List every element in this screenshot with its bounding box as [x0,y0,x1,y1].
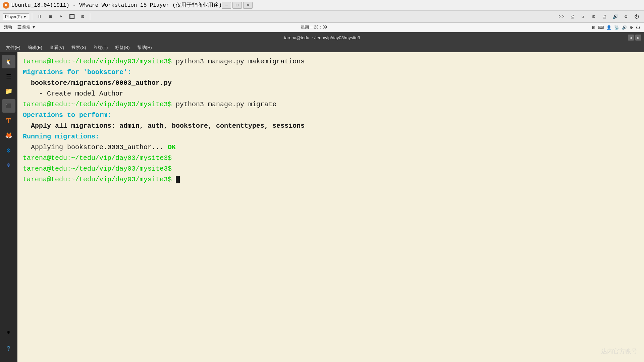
sidebar-icon-ubuntu[interactable]: 🐧 [2,55,15,68]
volume-icon[interactable]: 🔊 [622,25,627,30]
output-migrations-for: Migrations for 'bookstore': [23,68,131,76]
term-icon1[interactable]: ◀ [628,35,634,41]
prompt-4: tarena@tedu:~/tedu/vip/day03/mysite3$ [23,165,172,173]
toolbar-right-icon6[interactable]: 🔊 [610,13,620,21]
power-icon[interactable]: ⏻ [636,25,640,30]
output-apply-all: Apply all migrations: admin, auth, books… [23,122,305,130]
sidebar-icon-text[interactable]: T [2,114,15,127]
titlebar: U Ubuntu_18.04(1911) - VMware Workstatio… [0,0,644,11]
prompt-1: tarena@tedu:~/tedu/vip/day03/mysite3$ [23,58,172,65]
sidebar-icon-chrome[interactable]: ⊙ [2,158,15,172]
menu-help[interactable]: 帮助(H) [134,44,155,51]
sidebar-icon-files[interactable]: 📁 [2,84,15,98]
term-titlebar-controls: ◀ ▶ [628,35,641,41]
prompt-5: tarena@tedu:~/tedu/vip/day03/mysite3$ [23,176,172,183]
terminal-line-11: tarena@tedu:~/tedu/vip/day03/mysite3$ [23,164,639,174]
prompt-2: tarena@tedu:~/tedu/vip/day03/mysite3$ [23,101,172,108]
terminal-line-12: tarena@tedu:~/tedu/vip/day03/mysite3$ [23,174,639,185]
toolbar-right-icon3[interactable]: ↺ [578,13,588,21]
toolbar-right-icon7[interactable]: ⚙ [621,13,631,21]
power-btn[interactable]: ➤ [56,13,66,21]
prompt-3: tarena@tedu:~/tedu/vip/day03/mysite3$ [23,154,172,162]
menu-file[interactable]: 文件(F) [3,44,24,51]
term-icon2[interactable]: ▶ [635,35,641,41]
cmd-1: python3 manage.py makemigrations [172,58,305,65]
infobar-left: 活动 ☰ 终端 ▼ [4,24,36,30]
toolbar: Player(P) ▼ ⏸ ⊞ ➤ 🔲 ⊡ >> 🖨 ↺ ⊡ 🖨 🔊 ⚙ ⏻ [0,11,644,23]
app-icon: U [3,2,9,9]
keyboard2-icon[interactable]: ⌨ [598,25,604,30]
titlebar-title: Ubuntu_18.04(1911) - VMware Workstation … [11,2,222,9]
watermark: 达内官方账号 [601,347,637,355]
user-icon[interactable]: 👤 [606,25,611,30]
terminal-titlebar: tarena@tedu: ~/tedu/vip/day03/mysite3 ◀ … [0,32,644,43]
terminal-line-3: bookstore/migrations/0003_author.py [23,78,639,88]
menu-view[interactable]: 查看(V) [46,44,67,51]
output-applying: Applying bookstore.0003_author... [23,143,168,151]
infobar-right: ⊞ ⌨ 👤 📡 🔊 ⚙ ⏻ [592,25,640,30]
menu-edit[interactable]: 编辑(E) [24,44,46,51]
network-icon[interactable]: 📡 [614,25,619,30]
keyboard-icon[interactable]: ⊞ [592,25,595,30]
sidebar-icon-terminal[interactable]: ⬛ [2,99,15,113]
terminal[interactable]: tarena@tedu:~/tedu/vip/day03/mysite3$ py… [17,52,644,362]
cursor [176,176,180,183]
terminal-line-1: tarena@tedu:~/tedu/vip/day03/mysite3$ py… [23,56,639,67]
sidebar-icon-menu[interactable]: ☰ [2,70,15,83]
terminal-line-2: Migrations for 'bookstore': [23,67,639,78]
menubar: 文件(F) 编辑(E) 查看(V) 搜索(S) 终端(T) 标签(B) 帮助(H… [0,43,644,52]
terminal-line-4: - Create model Author [23,88,639,99]
toolbar-right-icon4[interactable]: ⊡ [589,13,598,21]
close-button[interactable]: ✕ [243,2,253,9]
toolbar-separator [32,13,32,20]
toolbar-right-icon5[interactable]: 🖨 [600,13,609,21]
watermark-text: 达内官方账号 [601,348,637,355]
fullscreen-btn[interactable]: 🔲 [67,13,76,21]
menu-terminal[interactable]: 终端(T) [90,44,111,51]
window-controls: ─ □ ✕ [222,2,253,9]
menu-search[interactable]: 搜索(S) [68,44,89,51]
output-create-model: - Create model Author [23,90,123,98]
cmd-2: python3 manage.py migrate [172,101,276,108]
terminal-menu[interactable]: ☰ 终端 ▼ [17,24,36,30]
sidebar-icon-vscode[interactable]: ⚙ [2,143,15,157]
player-dropdown[interactable]: Player(P) ▼ [3,13,29,20]
terminal-line-9: Applying bookstore.0003_author... OK [23,142,639,153]
output-ok: OK [168,143,176,151]
toolbar-right-icon8[interactable]: ⏻ [632,13,641,21]
cmd-current [172,176,176,183]
pause-btn[interactable]: ⏸ [35,13,44,21]
terminal-title: tarena@tedu: ~/tedu/vip/day03/mysite3 [284,35,360,40]
unity-btn[interactable]: ⊡ [78,13,87,21]
clock: 星期一 23：09 [301,24,327,30]
output-running: Running migrations: [23,133,99,140]
toolbar-separator-2 [90,13,90,20]
terminal-line-6: Operations to perform: [23,110,639,121]
infobar: 活动 ☰ 终端 ▼ 星期一 23：09 ⊞ ⌨ 👤 📡 🔊 ⚙ ⏻ [0,23,644,32]
send-ctrl-alt-del-btn[interactable]: ⊞ [46,13,55,21]
sidebar-bottom: ⊞ ? [2,326,15,355]
menu-tabs[interactable]: 标签(B) [112,44,133,51]
settings-icon[interactable]: ⚙ [630,25,633,30]
terminal-line-8: Running migrations: [23,131,639,142]
sidebar-icon-firefox[interactable]: 🦊 [2,129,15,142]
sidebar: 🐧 ☰ 📁 ⬛ T 🦊 ⚙ ⊙ ⊞ ? [0,52,17,362]
maximize-button[interactable]: □ [232,2,242,9]
terminal-line-5: tarena@tedu:~/tedu/vip/day03/mysite3$ py… [23,99,639,110]
terminal-line-10: tarena@tedu:~/tedu/vip/day03/mysite3$ [23,153,639,164]
terminal-line-7: Apply all migrations: admin, auth, books… [23,121,639,131]
minimize-button[interactable]: ─ [222,2,231,9]
output-filepath: bookstore/migrations/0003_author.py [23,79,172,87]
toolbar-right-icon1[interactable]: >> [557,13,566,21]
activities-label[interactable]: 活动 [4,24,12,30]
toolbar-right-icon2[interactable]: 🖨 [568,13,577,21]
sidebar-icon-help[interactable]: ? [2,342,15,355]
output-operations: Operations to perform: [23,111,111,119]
sidebar-icon-grid[interactable]: ⊞ [2,326,15,339]
